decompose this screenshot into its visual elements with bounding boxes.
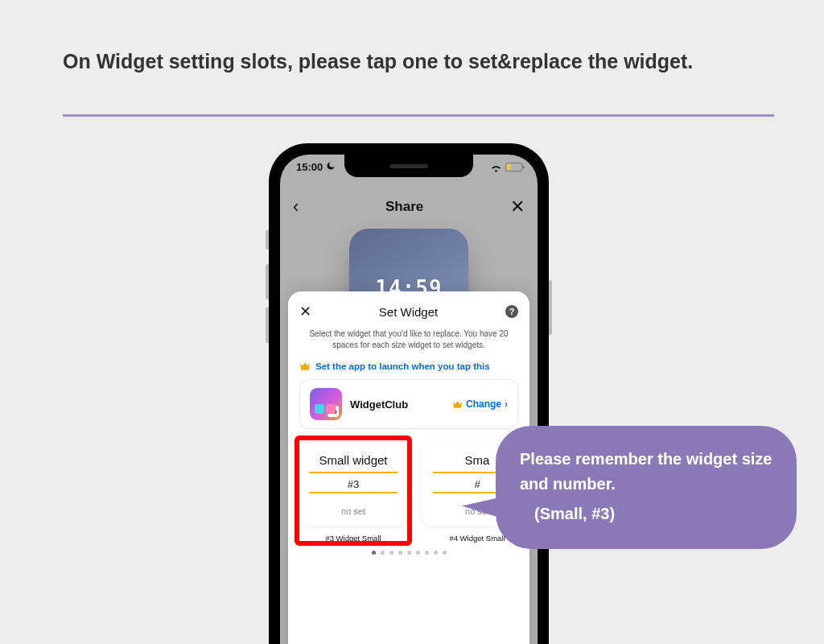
slot-divider: [309, 492, 398, 493]
page-indicator: [288, 551, 529, 555]
slot-caption: #3 Widget Small: [298, 534, 409, 543]
phone-volume-down: [266, 308, 269, 343]
page-dot[interactable]: [434, 551, 438, 555]
svg-rect-1: [507, 164, 511, 170]
phone-side-button: [266, 230, 269, 250]
page-dot[interactable]: [389, 551, 393, 555]
change-button[interactable]: Change ›: [452, 398, 508, 410]
page-instruction: On Widget setting slots, please tap one …: [63, 47, 774, 77]
slot-state: no set: [341, 506, 365, 516]
slot-number: #3: [348, 478, 359, 490]
phone-volume-up: [266, 264, 269, 299]
underline-divider: [63, 114, 774, 117]
app-card[interactable]: 15 WidgetClub Change ›: [299, 379, 518, 429]
widget-slot[interactable]: Small widget#3no set#3 Widget Small: [298, 439, 409, 543]
callout-bubble: Please remember the widget size and numb…: [496, 426, 797, 549]
page-dot[interactable]: [381, 551, 385, 555]
nav-title: Share: [385, 199, 423, 215]
share-nav-bar: ‹ Share ✕: [280, 187, 538, 227]
page-dot[interactable]: [425, 551, 429, 555]
modal-subtitle: Select the widget that you'd like to rep…: [288, 320, 529, 357]
slot-divider: [309, 472, 398, 473]
help-icon[interactable]: ?: [505, 305, 518, 318]
launch-app-link[interactable]: Set the app to launch when you tap this: [288, 357, 529, 379]
slot-title: Sma: [465, 453, 490, 467]
back-icon[interactable]: ‹: [293, 196, 299, 217]
phone-frame: 15:00 ‹ Share ✕ 14:59: [269, 143, 549, 644]
page-dot[interactable]: [398, 551, 402, 555]
slot-title: Small widget: [319, 453, 387, 467]
phone-power-button: [549, 280, 552, 335]
close-icon[interactable]: ✕: [510, 196, 525, 217]
chevron-right-icon: ›: [505, 398, 508, 410]
page-dot[interactable]: [372, 551, 376, 555]
app-icon: 15: [310, 388, 342, 420]
set-widget-modal: ✕ Set Widget ? Select the widget that yo…: [288, 291, 529, 644]
wifi-icon: [490, 163, 502, 172]
phone-screen: 15:00 ‹ Share ✕ 14:59: [280, 155, 538, 644]
svg-rect-2: [523, 166, 525, 169]
modal-title: Set Widget: [379, 305, 438, 319]
app-name: WidgetClub: [350, 398, 444, 411]
page-dot[interactable]: [416, 551, 420, 555]
battery-icon: [505, 163, 525, 172]
phone-notch: [344, 155, 473, 177]
status-time: 15:00: [296, 161, 336, 173]
crown-icon: [299, 361, 311, 371]
page-dot[interactable]: [443, 551, 447, 555]
modal-close-icon[interactable]: ✕: [299, 303, 311, 320]
crown-icon: [452, 400, 463, 409]
moon-icon: [326, 161, 336, 173]
page-dot[interactable]: [407, 551, 411, 555]
